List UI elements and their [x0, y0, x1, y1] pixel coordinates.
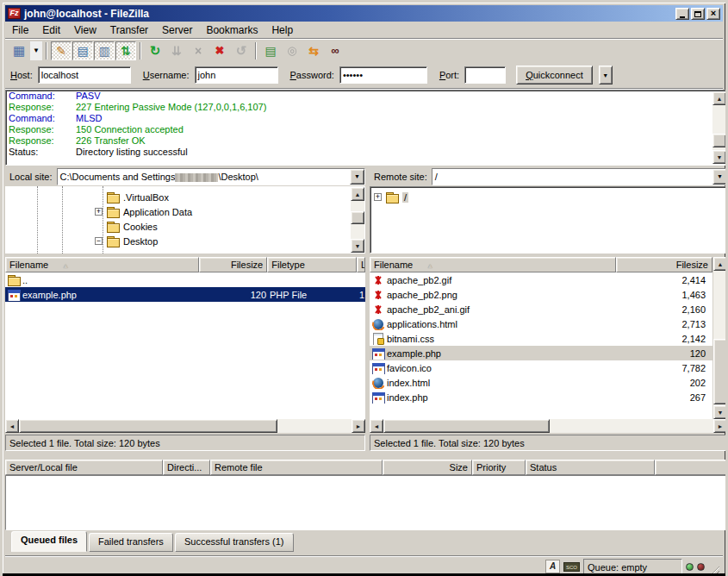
menu-bar: FileEditViewTransferServerBookmarksHelp	[5, 22, 723, 39]
file-row[interactable]: example.php 120	[370, 346, 712, 360]
menu-item[interactable]: Edit	[35, 22, 67, 38]
speed-limit-icon: SCO	[563, 562, 580, 572]
column-direction[interactable]: Directi...	[163, 460, 210, 475]
sync-browsing-icon[interactable]: ⇆	[303, 41, 324, 60]
menu-item[interactable]: File	[5, 22, 35, 38]
tree-item[interactable]: + Application Data	[95, 204, 353, 219]
remote-root[interactable]: /	[402, 192, 408, 203]
column-filetype[interactable]: Filetype	[267, 257, 357, 272]
remote-scroll-up[interactable]: ▲	[713, 257, 727, 271]
tree-expander-icon[interactable]: +	[95, 208, 103, 216]
remote-hscroll-right[interactable]: ►	[713, 419, 727, 433]
local-list-header: Filename▲ Filesize Filetype L	[5, 257, 365, 272]
compare-icon: ◎	[282, 41, 302, 60]
remote-file-list: apache_pb2.gif 2,414 apache_pb2.png 1,46…	[370, 272, 712, 419]
log-scroll-up[interactable]: ▲	[712, 91, 726, 105]
file-row[interactable]: applications.html 2,713	[370, 316, 712, 331]
queue-tab[interactable]: Failed transfers	[89, 533, 173, 552]
queue-tab[interactable]: Successful transfers (1)	[175, 533, 294, 552]
file-row[interactable]: apache_pb2.png 1,463	[370, 287, 712, 302]
queue-tab[interactable]: Queued files	[11, 531, 87, 552]
tree-item[interactable]: Cookies	[95, 219, 353, 234]
remote-scroll-down[interactable]: ▼	[713, 405, 727, 419]
local-tree-scroll-down[interactable]: ▼	[351, 239, 364, 253]
username-input[interactable]: john	[195, 66, 278, 84]
column-filename[interactable]: Filename▲	[5, 257, 199, 272]
local-site-bar: Local site: C:\Documents and Settings\De…	[5, 167, 365, 185]
menu-item[interactable]: Server	[155, 22, 199, 38]
site-manager-icon[interactable]: ▦	[9, 41, 29, 60]
tree-item[interactable]: − Desktop	[95, 234, 353, 248]
site-manager-dropdown[interactable]: ▼	[30, 41, 42, 60]
toggle-log-icon[interactable]: ✎	[51, 41, 72, 60]
local-file-list: .. example.php 120 PHP File 1	[5, 272, 365, 419]
queue-body[interactable]	[5, 475, 728, 530]
password-label: Password:	[290, 70, 334, 80]
log-scroll-thumb[interactable]	[712, 134, 726, 147]
file-row[interactable]: favicon.ico 7,782	[370, 360, 712, 375]
local-tree-scroll-up[interactable]: ▲	[351, 187, 364, 201]
port-input[interactable]	[464, 66, 506, 84]
remote-site-dropdown[interactable]: ▼	[712, 169, 727, 185]
toggle-remote-tree-icon[interactable]: ▥	[94, 41, 115, 60]
file-row[interactable]: apache_pb2_ani.gif 2,160	[370, 302, 712, 316]
log-line: Command:MLSD	[6, 113, 727, 124]
local-hscroll-thumb[interactable]	[19, 419, 277, 433]
column-priority[interactable]: Priority	[472, 460, 526, 475]
column-filename[interactable]: Filename▲	[370, 257, 616, 272]
refresh-icon[interactable]: ↻	[145, 41, 165, 60]
quickconnect-button[interactable]: Quickconnect	[516, 66, 593, 85]
remote-scroll-thumb[interactable]	[713, 339, 727, 404]
remote-site-combo[interactable]: / ▼	[432, 168, 728, 185]
file-row[interactable]: ..	[5, 272, 365, 287]
remote-hscroll-left[interactable]: ◄	[370, 419, 383, 433]
file-row[interactable]: example.php 120 PHP File 1	[5, 287, 365, 302]
tree-expander-icon[interactable]: −	[95, 237, 103, 245]
reconnect-icon: ↺	[231, 41, 252, 60]
maximize-button[interactable]	[691, 8, 705, 20]
process-queue-icon: ⇊	[166, 41, 187, 60]
local-site-dropdown[interactable]: ▼	[350, 169, 364, 185]
toggle-queue-icon[interactable]: ⇅	[115, 41, 136, 60]
local-hscroll-right[interactable]: ►	[352, 419, 365, 433]
local-tree-scroll-thumb[interactable]	[351, 211, 364, 224]
tree-expander-icon[interactable]: +	[374, 193, 382, 201]
menu-item[interactable]: Help	[264, 22, 300, 38]
minimize-button[interactable]	[675, 8, 689, 20]
menu-item[interactable]: View	[67, 22, 103, 38]
remote-site-bar: Remote site: / ▼	[370, 167, 728, 185]
column-remote-file[interactable]: Remote file	[210, 460, 383, 475]
file-row[interactable]: index.php 267	[370, 390, 712, 404]
title-bar[interactable]: Fz john@localhost - FileZilla ×	[5, 5, 723, 22]
menu-item[interactable]: Bookmarks	[199, 22, 264, 38]
disconnect-icon[interactable]: ✖	[209, 41, 230, 60]
column-filesize[interactable]: Filesize	[616, 257, 712, 272]
host-input[interactable]: localhost	[38, 66, 131, 84]
column-status[interactable]: Status	[526, 460, 655, 475]
host-label: Host:	[10, 70, 33, 80]
tree-item[interactable]: + /	[374, 190, 727, 204]
remote-hscroll-thumb[interactable]	[383, 419, 550, 433]
file-icon	[7, 289, 21, 301]
filezilla-window: Fz john@localhost - FileZilla × FileEdit…	[0, 0, 728, 576]
tree-item[interactable]: .VirtualBox	[95, 190, 353, 204]
close-button[interactable]: ×	[706, 8, 720, 20]
toggle-local-tree-icon[interactable]: ▤	[72, 41, 93, 60]
password-input[interactable]: ••••••	[339, 66, 427, 84]
log-scroll-down[interactable]: ▼	[712, 150, 726, 164]
menu-item[interactable]: Transfer	[103, 22, 155, 38]
local-hscroll-left[interactable]: ◄	[5, 419, 19, 433]
file-row[interactable]: apache_pb2.gif 2,414	[370, 272, 712, 287]
local-site-combo[interactable]: C:\Documents and Settings\Desktop\ ▼	[57, 168, 365, 185]
column-filesize[interactable]: Filesize	[199, 257, 267, 272]
filter-icon[interactable]: ▤	[260, 41, 281, 60]
toolbar-separator	[140, 42, 141, 59]
file-row[interactable]: index.html 202	[370, 375, 712, 390]
quickconnect-dropdown[interactable]: ▼	[599, 66, 613, 85]
column-server-local-file[interactable]: Server/Local file	[5, 460, 163, 475]
file-row[interactable]: bitnami.css 2,142	[370, 331, 712, 346]
file-icon	[7, 274, 21, 286]
column-size[interactable]: Size	[383, 460, 472, 475]
column-last-modified[interactable]: L	[357, 257, 365, 272]
find-files-icon[interactable]: ∞	[325, 41, 345, 60]
